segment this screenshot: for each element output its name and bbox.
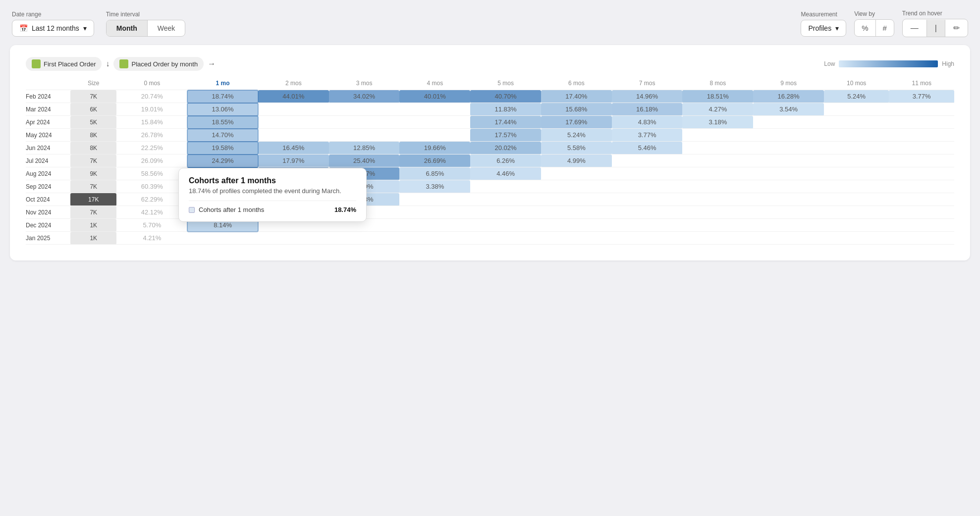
cell-value (612, 206, 683, 219)
cell-size: 17K (70, 193, 116, 206)
col-header-9mos: 9 mos (753, 77, 824, 90)
cell-value: 20.74% (116, 90, 187, 103)
view-btn-percent[interactable]: % (855, 20, 875, 36)
col-header-3mos: 3 mos (329, 77, 400, 90)
cell-value (824, 180, 889, 193)
cell-value (612, 167, 683, 180)
cell-value: 60.39% (116, 180, 187, 193)
date-range-section: Date range 📅 Last 12 months ▾ (12, 11, 94, 37)
cell-value (682, 167, 753, 180)
trend-btn-dash[interactable]: — (903, 20, 927, 37)
trend-btn-pencil[interactable]: ✏ (945, 19, 968, 37)
time-btn-month[interactable]: Month (107, 20, 148, 36)
time-btn-week[interactable]: Week (148, 20, 185, 36)
cell-value (824, 116, 889, 129)
cell-value (470, 180, 541, 193)
cell-value (889, 103, 954, 116)
cell-value: 18.74% (187, 90, 258, 103)
cell-value (470, 219, 541, 232)
trend-on-hover-label: Trend on hover (902, 10, 968, 17)
table-row: Jan 20251K4.21% (26, 232, 954, 245)
cell-size: 8K (70, 129, 116, 142)
main-card-wrapper: First Placed Order ↓ Placed Order by mon… (10, 45, 970, 260)
table-row: Aug 20249K58.56%56.90%43.25%36.17%6.85%4… (26, 167, 954, 180)
cell-value (329, 103, 400, 116)
cell-value (824, 219, 889, 232)
second-event-label: Placed Order by month (131, 60, 198, 68)
tooltip-row-label: Cohorts after 1 months (199, 206, 330, 213)
cell-value: 3.77% (889, 90, 954, 103)
cell-value: 17.40% (541, 90, 612, 103)
cohort-table: Size 0 mos 1 mo 2 mos 3 mos 4 mos 5 mos … (26, 77, 954, 245)
view-btn-hash[interactable]: # (876, 20, 894, 36)
cell-value: 25.40% (329, 155, 400, 167)
cell-value: 15.84% (116, 116, 187, 129)
date-range-button[interactable]: 📅 Last 12 months ▾ (12, 20, 94, 37)
table-row: Jul 20247K26.09%24.29%17.97%25.40%26.69%… (26, 155, 954, 167)
cell-value (753, 232, 824, 245)
cell-value: 22.25% (116, 142, 187, 155)
tooltip-color-swatch (189, 207, 195, 213)
cell-value (187, 232, 258, 245)
cell-value (753, 206, 824, 219)
cell-value: 17.97% (258, 155, 329, 167)
cell-value (470, 232, 541, 245)
view-by-group: % # (854, 19, 894, 37)
cell-value (612, 232, 683, 245)
time-interval-section: Time interval Month Week (106, 11, 186, 37)
measurement-select[interactable]: Profiles ▾ (801, 20, 846, 37)
cell-value: 12.85% (329, 142, 400, 155)
col-header-size: Size (70, 77, 116, 90)
table-row: Dec 20241K5.70%8.14% (26, 219, 954, 232)
date-range-label: Date range (12, 11, 94, 18)
trend-btn-bar[interactable]: | (927, 20, 945, 37)
cell-value (399, 232, 470, 245)
table-row: Apr 20245K15.84%18.55%17.44%17.69%4.83%3… (26, 116, 954, 129)
time-interval-label: Time interval (106, 11, 186, 18)
col-header-month (26, 77, 70, 90)
cell-value: 18.55% (187, 116, 258, 129)
cell-value (399, 116, 470, 129)
cell-value: 5.24% (824, 90, 889, 103)
second-event-chip[interactable]: Placed Order by month (113, 57, 204, 71)
cell-value (824, 103, 889, 116)
cell-value: 4.46% (470, 167, 541, 180)
cell-size: 7K (70, 90, 116, 103)
cell-value (612, 219, 683, 232)
cell-value (258, 116, 329, 129)
cell-value (824, 167, 889, 180)
measurement-label: Measurement (801, 11, 846, 18)
cell-month: Dec 2024 (26, 219, 70, 232)
cell-size: 5K (70, 116, 116, 129)
cell-value (753, 142, 824, 155)
tooltip-row-value: 18.74% (334, 206, 356, 213)
cell-value: 6.26% (470, 155, 541, 167)
cell-value: 19.58% (187, 142, 258, 155)
col-header-8mos: 8 mos (682, 77, 753, 90)
cell-value (889, 219, 954, 232)
table-row: Nov 20247K42.12%7.84%4.30% (26, 206, 954, 219)
cell-value: 16.18% (612, 103, 683, 116)
cell-value (399, 219, 470, 232)
trend-on-hover-section: Trend on hover — | ✏ (902, 10, 968, 37)
cell-value (753, 129, 824, 142)
cohort-tooltip: Cohorts after 1 months 18.74% of profile… (178, 168, 367, 222)
cell-month: Jul 2024 (26, 155, 70, 167)
cell-value: 17.57% (470, 129, 541, 142)
cell-value (753, 219, 824, 232)
cell-value: 44.01% (258, 90, 329, 103)
cell-value: 40.70% (470, 90, 541, 103)
cell-value (541, 206, 612, 219)
cell-value (682, 142, 753, 155)
cell-value (682, 180, 753, 193)
cell-value: 17.69% (541, 116, 612, 129)
tooltip-title: Cohorts after 1 months (189, 176, 356, 185)
cell-value (682, 193, 753, 206)
cell-value: 34.02% (329, 90, 400, 103)
cell-month: Nov 2024 (26, 206, 70, 219)
first-event-chip[interactable]: First Placed Order (26, 57, 102, 71)
cell-value (824, 155, 889, 167)
cell-value (329, 232, 400, 245)
col-header-11mos: 11 mos (889, 77, 954, 90)
cell-value: 5.24% (541, 129, 612, 142)
